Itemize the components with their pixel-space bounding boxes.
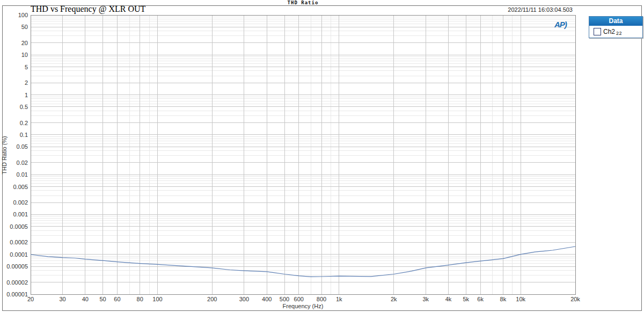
x-tick-label: 30 <box>59 296 65 302</box>
x-tick-label: 40 <box>82 296 89 302</box>
x-tick-label: 6k <box>477 296 484 302</box>
y-tick-label: 0.1 <box>20 132 28 138</box>
x-tick-label: 200 <box>207 296 217 302</box>
x-tick-label: 800 <box>317 296 326 302</box>
y-tick-label: 0.001 <box>13 211 28 217</box>
y-tick-label: 100 <box>18 12 28 18</box>
x-tick-label: 60 <box>114 296 120 302</box>
grid-minor <box>31 15 575 294</box>
y-tick-label: 0.05 <box>17 143 28 150</box>
x-tick-label: 2k <box>391 296 397 302</box>
x-tick-label: 5k <box>463 296 469 302</box>
x-tick-label: 600 <box>294 296 304 302</box>
y-tick-label: 5 <box>25 64 28 70</box>
y-tick-label: 0.0005 <box>10 223 28 230</box>
y-tick-label: 0.5 <box>20 104 28 110</box>
y-tick-label: 10 <box>21 52 28 58</box>
legend-entry-index: 22 <box>616 31 622 36</box>
x-tick-label: 1k <box>336 296 342 302</box>
y-tick-label: 0.0001 <box>10 251 28 258</box>
y-tick-label: 0.002 <box>13 199 28 206</box>
x-tick-label: 20k <box>570 296 580 302</box>
x-tick-label: 20 <box>27 296 34 302</box>
x-tick-label: 10k <box>516 296 525 302</box>
y-tick-label: 20 <box>21 40 28 46</box>
y-tick-label: 0.0002 <box>10 239 28 245</box>
ap-logo: AP) <box>554 20 567 29</box>
x-tick-label: 300 <box>239 296 249 302</box>
y-tick-label: 0.2 <box>20 120 28 126</box>
legend-swatch <box>594 28 601 35</box>
graph-panel: THD Ratio THD vs Frequency @ XLR OUT 202… <box>0 0 644 312</box>
x-tick-label: 8k <box>500 296 507 302</box>
y-tick-label: 2 <box>25 79 28 86</box>
y-axis-title: THD Ratio (%) <box>1 104 9 206</box>
x-tick-label: 50 <box>99 296 106 302</box>
y-tick-label: 1 <box>25 92 28 98</box>
thd-plot: 2030405060801002003004005006008001k2k3k4… <box>0 0 644 312</box>
thd-curve <box>31 246 575 277</box>
tick-labels: 2030405060801002003004005006008001k2k3k4… <box>6 12 580 302</box>
x-axis-title: Frequency (Hz) <box>31 303 575 309</box>
y-tick-label: 0.00005 <box>6 263 28 270</box>
y-tick-label: 0.005 <box>13 184 28 190</box>
x-tick-label: 100 <box>152 296 162 302</box>
x-tick-label: 400 <box>262 296 272 302</box>
legend-entry-ch2[interactable]: Ch2 22 <box>589 26 642 38</box>
y-tick-label: 0.00002 <box>6 279 28 286</box>
x-tick-label: 3k <box>422 296 429 302</box>
y-tick-label: 0.00001 <box>6 291 28 298</box>
x-tick-label: 500 <box>280 296 289 302</box>
x-tick-label: 80 <box>137 296 143 302</box>
x-tick-label: 4k <box>445 296 452 302</box>
y-tick-label: 50 <box>21 24 28 30</box>
legend-box: Data Ch2 22 <box>589 16 643 38</box>
legend-header: Data <box>589 17 642 26</box>
y-tick-label: 0.02 <box>17 159 28 166</box>
legend-entry-label: Ch2 <box>603 28 615 35</box>
y-tick-label: 0.01 <box>17 171 28 178</box>
